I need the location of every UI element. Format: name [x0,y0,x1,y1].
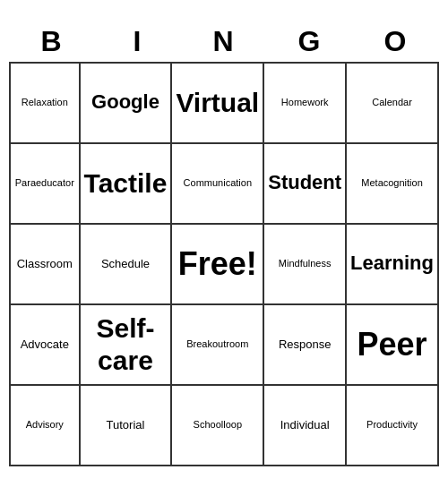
bingo-cell: Schoolloop [172,386,264,466]
bingo-card: BINGO RelaxationGoogleVirtualHomeworkCal… [9,21,439,466]
cell-text: Virtual [176,87,259,119]
cell-text: Response [279,337,332,352]
bingo-cell: Tactile [81,144,173,225]
cell-text: Communication [184,177,252,189]
cell-text: Advisory [26,419,64,431]
bingo-cell: Advocate [11,305,81,386]
cell-text: Classroom [17,257,73,271]
cell-text: Tutorial [107,418,145,432]
bingo-cell: Paraeducator [11,144,81,225]
bingo-cell: Communication [172,144,264,225]
bingo-cell: Student [264,144,347,225]
bingo-cell: Productivity [347,386,439,466]
cell-text: Google [91,90,159,114]
cell-text: Learning [350,252,434,275]
cell-text: Student [268,171,341,194]
cell-text: Free! [178,244,257,283]
bingo-cell: Learning [347,225,439,305]
cell-text: Schoolloop [194,419,242,431]
bingo-cell: Breakoutroom [172,305,264,386]
bingo-cell: Calendar [347,64,439,144]
header-letter: N [181,21,267,62]
bingo-cell: Free! [172,225,264,305]
cell-text: Individual [280,418,330,432]
header-letter: O [353,21,439,62]
bingo-cell: Homework [264,64,347,144]
header-letter: I [95,21,181,62]
bingo-cell: Individual [264,386,347,466]
bingo-grid: RelaxationGoogleVirtualHomeworkCalendarP… [9,62,439,466]
bingo-cell: Peer [347,305,439,386]
cell-text: Productivity [366,419,418,431]
bingo-cell: Metacognition [347,144,439,225]
cell-text: Peer [358,325,427,363]
cell-text: Schedule [101,257,150,271]
bingo-cell: Tutorial [81,386,173,466]
cell-text: Advocate [21,337,69,352]
cell-text: Mindfulness [279,258,332,269]
bingo-cell: Classroom [11,225,81,305]
cell-text: Breakoutroom [186,338,248,350]
bingo-cell: Self-care [81,305,173,386]
bingo-cell: Mindfulness [264,225,347,305]
bingo-cell: Google [81,64,173,144]
cell-text: Self-care [84,312,168,377]
bingo-header: BINGO [9,21,439,62]
bingo-cell: Relaxation [11,64,81,144]
cell-text: Metacognition [361,177,423,189]
bingo-cell: Advisory [11,386,81,466]
bingo-cell: Response [264,305,347,386]
cell-text: Paraeducator [15,177,74,189]
bingo-cell: Schedule [81,225,173,305]
bingo-cell: Virtual [172,64,264,144]
header-letter: G [267,21,353,62]
header-letter: B [9,21,95,62]
cell-text: Calendar [372,97,412,108]
cell-text: Tactile [84,167,168,200]
cell-text: Homework [281,97,329,108]
cell-text: Relaxation [22,97,68,108]
